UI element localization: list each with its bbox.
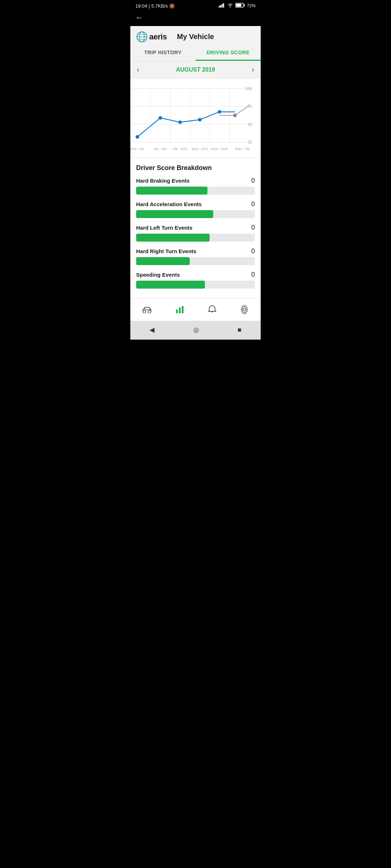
svg-rect-43 (179, 307, 181, 313)
status-network: | (149, 3, 150, 9)
logo-text: aeris (149, 32, 167, 42)
svg-point-27 (159, 116, 162, 120)
breakdown-section: Driver Score Breakdown Hard Braking Even… (130, 158, 261, 298)
svg-rect-0 (219, 6, 220, 8)
svg-rect-6 (244, 4, 245, 6)
nav-item-stats[interactable] (169, 304, 190, 315)
svg-text:6/30 – 7/6: 6/30 – 7/6 (235, 147, 249, 151)
bar-fill-right-turn (136, 257, 190, 265)
svg-point-45 (243, 308, 246, 311)
svg-rect-2 (222, 4, 223, 8)
breakdown-label-left-turn: Hard Left Turn Events (136, 225, 193, 231)
app-header: aeris My Vehicle (130, 26, 261, 45)
tabs: TRIP HISTORY DRIVING SCORE (130, 45, 261, 61)
svg-point-4 (230, 6, 231, 7)
status-bar: 19:04 | 5.7KB/s 🔕 72% (130, 0, 261, 11)
logo-globe-icon (136, 31, 148, 43)
svg-point-38 (143, 310, 146, 313)
breakdown-title: Driver Score Breakdown (136, 164, 255, 172)
wifi-icon (227, 3, 233, 9)
chart-svg: 100 75 50 25 5/26 – 6/1 6/2 – 6/8 6/9 – … (130, 78, 261, 157)
svg-rect-1 (220, 5, 221, 8)
battery-percent: 72% (247, 3, 256, 8)
svg-rect-7 (236, 4, 241, 7)
back-bar: ← (130, 11, 261, 26)
chart-container: 100 75 50 25 5/26 – 6/1 6/2 – 6/8 6/9 – … (130, 78, 261, 158)
bar-track-right-turn (136, 257, 255, 265)
breakdown-item-speeding: Speeding Events 0 (136, 271, 255, 289)
bar-fill-left-turn (136, 234, 210, 242)
status-time: 19:04 (135, 3, 147, 9)
bottom-nav (130, 298, 261, 321)
status-left: 19:04 | 5.7KB/s 🔕 (135, 3, 175, 9)
breakdown-value-left-turn: 0 (251, 224, 255, 231)
svg-text:6/16 – 6/22: 6/16 – 6/22 (192, 147, 208, 151)
alerts-icon (208, 305, 216, 314)
logo: aeris (136, 31, 167, 43)
month-label: AUGUST 2019 (176, 67, 215, 73)
svg-rect-42 (176, 310, 178, 313)
android-home-button[interactable]: ◎ (193, 326, 199, 334)
svg-text:6/9 – 6/15: 6/9 – 6/15 (173, 147, 188, 151)
bar-track-braking (136, 187, 255, 195)
svg-rect-3 (223, 3, 224, 8)
next-month-button[interactable]: › (252, 65, 254, 74)
svg-text:25: 25 (248, 140, 252, 144)
breakdown-item-acceleration-header: Hard Acceleration Events 0 (136, 200, 255, 208)
breakdown-label-speeding: Speeding Events (136, 272, 180, 278)
breakdown-item-left-turn: Hard Left Turn Events 0 (136, 224, 255, 242)
svg-text:6/23 – 6/29: 6/23 – 6/29 (211, 147, 228, 151)
svg-text:100: 100 (245, 86, 252, 91)
breakdown-label-braking: Hard Braking Events (136, 178, 190, 184)
svg-point-31 (233, 114, 237, 117)
svg-point-26 (136, 135, 139, 139)
mute-icon: 🔕 (169, 3, 175, 9)
svg-rect-44 (182, 306, 184, 313)
tab-trip-history[interactable]: TRIP HISTORY (130, 45, 196, 61)
breakdown-label-acceleration: Hard Acceleration Events (136, 201, 202, 207)
breakdown-label-right-turn: Hard Right Turn Events (136, 248, 196, 254)
breakdown-value-braking: 0 (251, 177, 255, 184)
svg-text:6/2 – 6/8: 6/2 – 6/8 (154, 147, 167, 151)
breakdown-item-braking: Hard Braking Events 0 (136, 177, 255, 195)
settings-icon (240, 305, 249, 314)
bar-fill-speeding (136, 281, 205, 289)
breakdown-item-acceleration: Hard Acceleration Events 0 (136, 200, 255, 218)
breakdown-item-right-turn: Hard Right Turn Events 0 (136, 247, 255, 265)
stats-icon (175, 305, 185, 314)
month-nav: ‹ AUGUST 2019 › (130, 61, 261, 78)
nav-item-alerts[interactable] (202, 303, 222, 316)
svg-point-30 (218, 110, 221, 114)
tab-driving-score[interactable]: DRIVING SCORE (196, 45, 261, 61)
breakdown-item-left-turn-header: Hard Left Turn Events 0 (136, 224, 255, 231)
svg-point-28 (178, 120, 182, 124)
svg-text:50: 50 (248, 122, 252, 127)
android-nav: ◀ ◎ ■ (130, 321, 261, 340)
bar-track-speeding (136, 281, 255, 289)
back-button[interactable]: ← (135, 13, 143, 22)
svg-text:5/26 – 6/1: 5/26 – 6/1 (130, 147, 144, 151)
breakdown-item-speeding-header: Speeding Events 0 (136, 271, 255, 278)
signal-icon (219, 3, 225, 9)
nav-item-settings[interactable] (234, 303, 255, 316)
svg-point-39 (148, 310, 151, 313)
status-right: 72% (219, 3, 256, 9)
bar-fill-acceleration (136, 210, 213, 218)
vehicle-icon (142, 306, 152, 313)
breakdown-value-speeding: 0 (251, 271, 255, 278)
prev-month-button[interactable]: ‹ (137, 65, 139, 74)
svg-point-29 (198, 118, 202, 122)
app-container: aeris My Vehicle TRIP HISTORY DRIVING SC… (130, 26, 261, 321)
breakdown-item-braking-header: Hard Braking Events 0 (136, 177, 255, 184)
bar-fill-braking (136, 187, 207, 195)
breakdown-value-right-turn: 0 (251, 247, 255, 255)
android-recent-button[interactable]: ■ (237, 326, 241, 334)
status-network-speed: 5.7KB/s (151, 3, 168, 9)
breakdown-item-right-turn-header: Hard Right Turn Events 0 (136, 247, 255, 255)
battery-icon (235, 3, 245, 9)
bar-track-left-turn (136, 234, 255, 242)
android-back-button[interactable]: ◀ (150, 326, 155, 334)
nav-item-vehicle[interactable] (136, 305, 158, 315)
breakdown-value-acceleration: 0 (251, 200, 255, 208)
bar-track-acceleration (136, 210, 255, 218)
